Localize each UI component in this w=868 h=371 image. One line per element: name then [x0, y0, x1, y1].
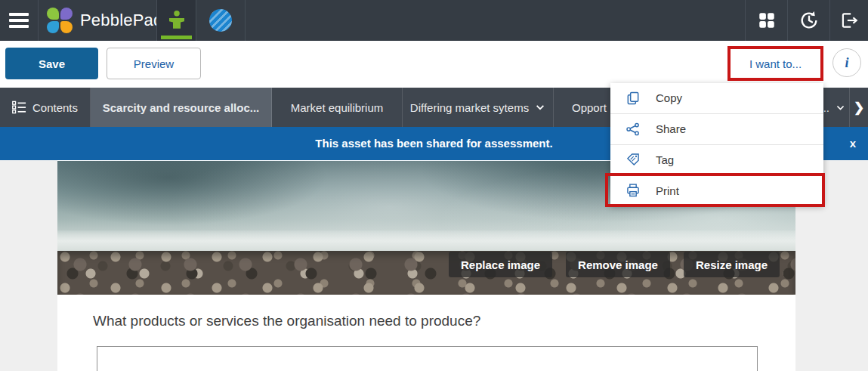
resize-image-button[interactable]: Resize image	[684, 252, 780, 277]
exit-icon	[839, 11, 859, 30]
hamburger-menu-button[interactable]	[0, 0, 39, 41]
menu-item-copy[interactable]: Copy	[610, 83, 823, 113]
menu-item-label: Copy	[656, 91, 682, 104]
active-tab-underline	[161, 36, 192, 39]
tab-atlas-globe[interactable]	[196, 0, 246, 41]
tab-scroll-right-button[interactable]: ❯	[849, 88, 868, 127]
grid-icon	[757, 11, 777, 30]
pebblepad-logo[interactable]: PebblePad	[47, 0, 162, 41]
globe-icon	[209, 9, 232, 32]
remove-image-button[interactable]: Remove image	[566, 252, 670, 277]
preview-button[interactable]: Preview	[107, 48, 201, 79]
image-action-buttons: Replace image Remove image Resize image	[449, 252, 780, 277]
contents-tab-label: Contents	[32, 101, 78, 114]
top-bar: PebblePad	[0, 0, 868, 41]
answer-input[interactable]	[97, 346, 758, 371]
save-button[interactable]: Save	[5, 48, 98, 79]
apps-grid-button[interactable]	[745, 0, 787, 41]
print-icon	[626, 183, 641, 198]
chevron-down-icon	[535, 102, 545, 113]
i-want-to-button[interactable]: I want to...	[731, 49, 820, 78]
i-want-to-highlight-annotation: I want to...	[727, 46, 823, 81]
tab-label: Scarcity and resource alloc...	[103, 101, 260, 114]
tab-label: Opport	[572, 101, 607, 114]
question-text: What products or services the organisati…	[93, 313, 480, 329]
i-want-to-dropdown-menu: Copy Share Tag	[610, 83, 823, 206]
logout-button[interactable]	[829, 0, 868, 41]
menu-item-label: Tag	[656, 153, 674, 166]
tag-icon	[626, 152, 641, 167]
pebblepad-flower-icon	[47, 8, 73, 33]
banner-close-button[interactable]: x	[847, 127, 859, 160]
brand-name: PebblePad	[80, 11, 162, 30]
tab-scarcity-and-resource-alloc[interactable]: Scarcity and resource alloc...	[91, 88, 272, 127]
list-contents-icon	[12, 100, 26, 114]
chevron-down-icon	[836, 103, 845, 113]
menu-item-label: Print	[656, 184, 679, 197]
tab-pebble-person[interactable]	[156, 0, 196, 41]
action-toolbar: Save Preview I want to... i	[0, 41, 868, 88]
tab-market-equilibrium[interactable]: Market equilibrium	[272, 88, 403, 127]
menu-item-share[interactable]: Share	[610, 113, 823, 144]
chevron-right-icon: ❯	[854, 100, 864, 116]
person-icon	[165, 9, 188, 32]
tab-differing-market-sytems[interactable]: Differing market sytems	[403, 88, 554, 127]
history-button[interactable]	[787, 0, 829, 41]
app-window: PebblePad	[0, 0, 868, 371]
contents-tab[interactable]: Contents	[0, 88, 91, 127]
clock-history-icon	[798, 10, 820, 31]
menu-item-label: Share	[656, 122, 686, 135]
copy-icon	[626, 91, 641, 106]
info-button[interactable]: i	[832, 48, 861, 77]
tab-label: Differing market sytems	[410, 101, 529, 114]
replace-image-button[interactable]: Replace image	[449, 252, 552, 277]
menu-item-tag[interactable]: Tag	[610, 144, 823, 175]
tab-label: Market equilibrium	[291, 101, 384, 114]
menu-item-print[interactable]: Print	[610, 175, 823, 206]
share-icon	[626, 122, 641, 137]
